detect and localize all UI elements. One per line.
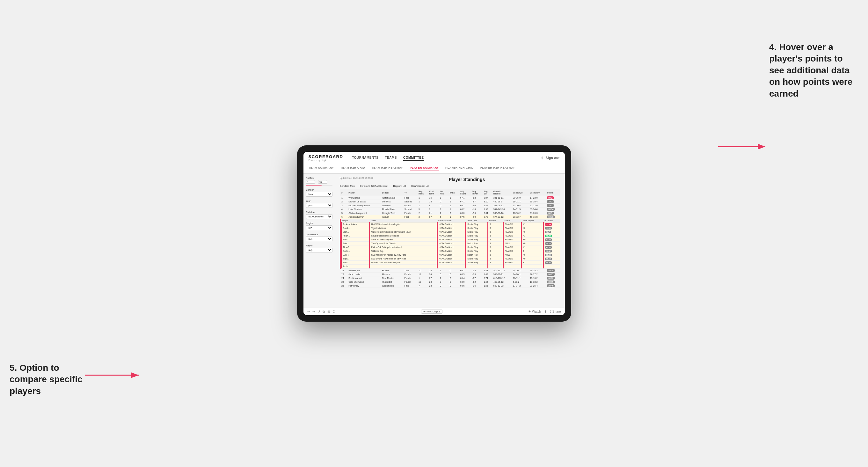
tablet-screen: SCOREBOARD Powered by clippi TOURNAMENTS… — [304, 152, 565, 315]
watch-button[interactable]: 👁 Watch — [528, 310, 541, 313]
sub-nav-team-h2h-heatmap[interactable]: TEAM H2H HEATMAP — [371, 166, 403, 171]
cell-points[interactable]: 38.49 — [546, 284, 560, 288]
undo-button[interactable]: ↩ — [307, 310, 310, 313]
view-original-label: View: Original — [427, 310, 440, 313]
table-row[interactable]: 5 Christo Lamprecht Georgia Tech Fourth … — [340, 211, 560, 215]
standings-table: # Player School Yr RegRank ConfRank NoRd… — [340, 189, 560, 288]
sub-nav-player-h2h-heatmap[interactable]: PLAYER H2H HEATMAP — [480, 166, 516, 171]
tooltip-col-rounds: Rounds — [488, 219, 503, 222]
cell-vs50: 33-26-4 — [529, 284, 546, 288]
sidebar-conference-select[interactable]: (All) — [306, 237, 333, 241]
cell-vs50: 23-22-0 — [529, 204, 546, 208]
cell-num: 3 — [340, 204, 347, 208]
col-points: Points — [546, 189, 560, 196]
cell-avg-sg: 1.43 — [482, 269, 492, 273]
table-row[interactable]: 26 Petr Hruby Washington Fifth 7 23 0 0 … — [340, 284, 560, 288]
nav-item-teams[interactable]: TEAMS — [385, 155, 397, 161]
table-row[interactable]: 23 Jack Lundin Missouri Fourth 11 24 0 0… — [340, 273, 560, 276]
nav-item-tournaments[interactable]: TOURNAMENTS — [352, 155, 378, 161]
filter-division-label: Division: — [360, 185, 370, 187]
nav-right: ›| Sign out — [541, 156, 559, 160]
cell-adj-score: 68.7 — [459, 269, 471, 273]
cell-num: 1 — [340, 196, 347, 200]
standings-title: Player Standings — [449, 177, 485, 182]
cell-avg-sg: 1.56 — [482, 284, 492, 288]
reset-button[interactable]: ↺ — [317, 310, 320, 313]
cell-yr: Fourth — [403, 276, 417, 280]
sidebar-no-rds-min[interactable] — [306, 180, 315, 184]
table-row[interactable]: 4 Luke Clanton Florida State Second 5 2 … — [340, 208, 560, 211]
sub-nav-team-summary[interactable]: TEAM SUMMARY — [309, 166, 334, 171]
sidebar-slider-fill — [306, 185, 322, 186]
share-button[interactable]: ⤴ Share — [550, 310, 561, 313]
tooltip-col-w-points: W Points — [543, 219, 560, 222]
sub-nav-team-h2h-grid[interactable]: TEAM H2H GRID — [340, 166, 365, 171]
sidebar-region-select[interactable]: N/A — [306, 225, 333, 230]
cell-points[interactable]: 60.02 — [546, 276, 560, 280]
cell-reg-rank: 2 — [417, 215, 428, 219]
cell-points[interactable]: 88.2 — [546, 196, 560, 200]
cell-to-par: -3.2 — [470, 196, 482, 200]
table-row[interactable]: 22 Ian Gilligan Florida Third 10 24 1 0 … — [340, 269, 560, 273]
redo-button[interactable]: ↪ — [312, 310, 315, 313]
cell-conf-rank: 15 — [428, 196, 439, 200]
eye-icon: 👁 — [423, 310, 426, 313]
cell-player: Wenyi Ding — [347, 196, 381, 200]
cell-points[interactable]: 88.94 — [546, 208, 560, 211]
cell-conf-rank: 87 — [428, 215, 439, 219]
cell-adj-score: 68.0 — [459, 211, 471, 215]
cell-rds: 0 — [439, 204, 448, 208]
cell-avg-sg: 3.07 — [482, 196, 492, 200]
timer-button[interactable]: ⏱ — [333, 310, 336, 313]
sidebar-no-rds: No Rds. - — [306, 177, 333, 186]
table-row[interactable]: 3 Michael Thorbjornsen Stanford Fourth 1… — [340, 204, 560, 208]
sidebar-region-label: Region — [306, 222, 333, 224]
sidebar-no-rds-max[interactable] — [318, 180, 327, 184]
sidebar-player: Player (All) — [306, 245, 333, 252]
sidebar-year-select[interactable]: (All) — [306, 203, 333, 208]
table-row[interactable]: 2 Michael La Sasso Ole Miss Second 1 18 … — [340, 200, 560, 204]
view-original-button[interactable]: 👁 View: Original — [421, 310, 442, 314]
arrow-right — [718, 140, 769, 153]
cell-reg-rank: 5 — [417, 208, 428, 211]
cell-points[interactable]: 76.2 — [546, 200, 560, 204]
cell-vs25: 10-11-1 — [512, 276, 529, 280]
cell-yr: First — [403, 215, 417, 219]
sub-nav-player-h2h-grid[interactable]: PLAYER H2H GRID — [445, 166, 474, 171]
sidebar-no-rds-label: No Rds. — [306, 177, 333, 179]
cell-player: Ian Gilligan — [347, 269, 381, 273]
cell-points[interactable]: 80.58 — [546, 269, 560, 273]
cell-vs50: 29-38-2 — [529, 269, 546, 273]
annotation-hover-points: 4. Hover over a player's points to see a… — [769, 41, 859, 99]
cell-to-par: -3.2 — [470, 280, 482, 284]
table-row[interactable]: 1 Wenyi Ding Arizona State First 1 15 1 … — [340, 196, 560, 200]
cell-player: Petr Hruby — [347, 284, 381, 288]
table-row-highlighted[interactable]: 6 Jackson Koivun Auburn First 2 87 5 1 8… — [340, 215, 560, 219]
nav-item-committee[interactable]: COMMITTEE — [403, 155, 424, 161]
sign-out-button[interactable]: Sign out — [546, 156, 560, 160]
cell-points[interactable]: 80.27 — [546, 273, 560, 276]
table-row[interactable]: 24 Bastien Amat New Mexico Fourth 1 27 2… — [340, 276, 560, 280]
sub-nav-player-summary[interactable]: PLAYER SUMMARY — [410, 166, 439, 171]
sidebar-slider[interactable] — [306, 185, 333, 186]
cell-avg-sg: 2.72 — [482, 215, 492, 219]
sidebar-gender-select[interactable]: Men — [306, 192, 333, 197]
cell-points[interactable]: 70.2 — [546, 204, 560, 208]
cell-vs25: 27-10-2 — [512, 211, 529, 215]
cell-vs50: 19-16-2 — [529, 276, 546, 280]
cell-points[interactable]: 80.9 — [546, 211, 560, 215]
cell-yr: First — [403, 196, 417, 200]
copy-button[interactable]: ⧉ — [322, 310, 325, 314]
share-icon: ⤴ — [550, 310, 552, 313]
cell-overall-record: 208-69-13 — [492, 204, 512, 208]
paste-button[interactable]: ⊞ — [328, 310, 330, 313]
sidebar-player-select[interactable]: (All) — [306, 248, 333, 252]
table-row[interactable]: 25 Cole Sherwood Vanderbilt Fourth 12 23… — [340, 280, 560, 284]
update-time: Update time: 27/01/2024 16:56:26 — [340, 177, 374, 179]
sidebar-division-select[interactable]: NCAA Division I — [306, 214, 333, 219]
cell-points[interactable]: 38.95 — [546, 280, 560, 284]
cell-points[interactable]: 68.18 — [546, 215, 560, 219]
col-vs-top50: Vs Top 50 — [529, 189, 546, 196]
filter-conference-label: Conference: — [411, 185, 425, 187]
download-button[interactable]: ⬇ — [544, 310, 547, 313]
